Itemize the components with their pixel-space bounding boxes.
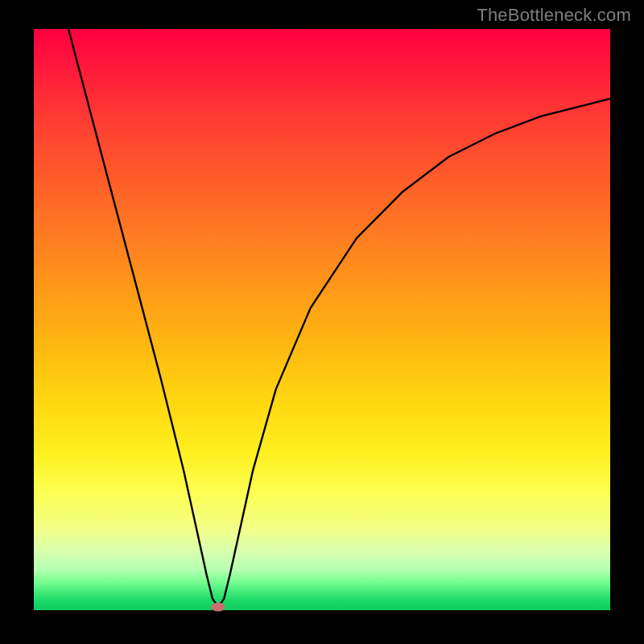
optimal-point-marker: [212, 603, 225, 612]
chart-frame: TheBottleneck.com: [0, 0, 644, 644]
watermark-text: TheBottleneck.com: [477, 5, 631, 26]
plot-area: [34, 29, 610, 610]
bottleneck-curve: [34, 29, 610, 610]
